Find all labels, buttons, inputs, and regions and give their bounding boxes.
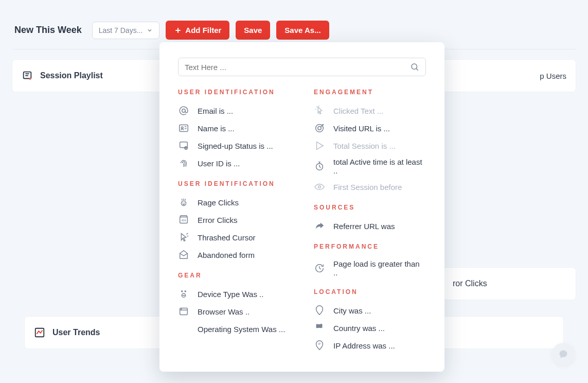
section-heading: GEAR <box>178 272 290 279</box>
stopwatch-icon <box>314 161 325 172</box>
status-icon <box>178 140 189 151</box>
search-icon <box>410 62 419 72</box>
svg-point-13 <box>181 127 183 129</box>
svg-line-36 <box>316 107 317 107</box>
flag-icon <box>314 322 325 334</box>
refresh-clock-icon <box>314 263 325 274</box>
fingerprint-icon <box>178 158 189 169</box>
filter-visited-url[interactable]: Visited URL is ... <box>314 119 426 137</box>
filter-clicked-text[interactable]: Clicked Text ... <box>314 102 426 119</box>
svg-point-34 <box>181 309 182 309</box>
section-heading: USER IDENTIFICATION <box>178 89 290 96</box>
svg-line-20 <box>185 199 186 201</box>
filter-device-type[interactable]: Device Type Was .. <box>178 285 290 303</box>
add-filter-button[interactable]: Add Filter <box>166 21 229 40</box>
cursor-thrash-icon <box>178 232 189 243</box>
filter-os[interactable]: Operating System Was ... <box>178 320 290 338</box>
page-title: New This Week <box>14 25 82 36</box>
pin-icon <box>314 305 325 316</box>
filter-name[interactable]: Name is ... <box>178 119 290 137</box>
plus-icon <box>174 26 182 34</box>
trends-icon <box>34 327 45 338</box>
section-heading: LOCATION <box>314 288 426 295</box>
save-as-button[interactable]: Save As... <box>276 21 329 40</box>
filter-ip[interactable]: IPIP Address was ... <box>314 337 426 354</box>
session-playlist-label: Session Playlist <box>40 71 103 80</box>
chat-icon <box>558 349 568 359</box>
click-icon <box>314 105 325 116</box>
devices-icon <box>178 288 189 300</box>
svg-line-47 <box>319 268 321 269</box>
filter-browser[interactable]: Browser Was .. <box>178 303 290 320</box>
user-trends-label: User Trends <box>52 328 100 337</box>
filter-col-left: USER IDENTIFICATION Email is ... Name is… <box>178 89 290 354</box>
share-arrow-icon <box>314 220 325 232</box>
section-heading: PERFORMANCE <box>314 243 426 250</box>
section-heading: SOURCES <box>314 204 426 211</box>
svg-text:IP: IP <box>318 342 321 345</box>
svg-point-11 <box>182 109 185 112</box>
at-icon <box>178 105 189 116</box>
svg-line-25 <box>187 236 188 236</box>
section-heading: USER IDENTIFICATION <box>178 180 290 187</box>
top-users-partial-label: p Users <box>540 72 566 80</box>
svg-point-45 <box>318 186 321 188</box>
svg-line-42 <box>319 167 321 168</box>
filter-referrer[interactable]: Referrer URL was <box>314 217 426 235</box>
envelope-open-icon <box>178 249 189 260</box>
svg-line-24 <box>187 233 188 235</box>
blank-icon <box>178 323 189 335</box>
filter-error-clicks[interactable]: 404Error Clicks <box>178 211 290 229</box>
svg-line-19 <box>182 199 182 201</box>
filter-city[interactable]: City was ... <box>314 302 426 319</box>
save-button[interactable]: Save <box>236 21 270 40</box>
filter-user-id[interactable]: User ID is ... <box>178 154 290 172</box>
playlist-icon <box>22 70 33 81</box>
error-clicks-card[interactable]: ror Clicks <box>443 268 576 300</box>
filter-search[interactable] <box>178 58 426 76</box>
svg-point-9 <box>412 64 417 69</box>
filter-active-time[interactable]: total Active time is at least .. <box>314 154 426 178</box>
filter-total-session[interactable]: Total Session is ... <box>314 137 426 154</box>
filter-country[interactable]: Country was ... <box>314 319 426 337</box>
filter-rage-clicks[interactable]: Rage Clicks <box>178 194 290 211</box>
filter-panel: USER IDENTIFICATION Email is ... Name is… <box>159 42 444 372</box>
search-input[interactable] <box>185 63 410 72</box>
ip-pin-icon: IP <box>314 340 325 351</box>
svg-rect-12 <box>180 125 188 132</box>
error-icon: 404 <box>178 214 189 225</box>
svg-line-10 <box>416 68 418 70</box>
chevron-down-icon <box>147 27 153 33</box>
error-clicks-partial-label: ror Clicks <box>453 279 487 288</box>
toolbar: New This Week Last 7 Days... Add Filter … <box>0 0 588 49</box>
section-heading: ENGAGEMENT <box>314 89 426 96</box>
id-card-icon <box>178 123 189 134</box>
target-arrow-icon <box>314 123 325 134</box>
filter-email[interactable]: Email is ... <box>178 102 290 119</box>
filter-abandoned-form[interactable]: Abandoned form <box>178 246 290 264</box>
chat-widget[interactable] <box>552 343 575 365</box>
filter-page-load[interactable]: Page load is greater than .. <box>314 256 426 280</box>
filter-col-right: ENGAGEMENT Clicked Text ... Visited URL … <box>314 89 426 354</box>
browser-icon <box>178 306 189 317</box>
filter-thrashed-cursor[interactable]: Thrashed Cursor <box>178 229 290 246</box>
date-range-dropdown[interactable]: Last 7 Days... <box>92 22 160 39</box>
rage-icon <box>178 197 189 208</box>
play-icon <box>314 140 325 151</box>
filter-signed-up[interactable]: Signed-up Status is ... <box>178 137 290 154</box>
svg-text:404: 404 <box>181 219 186 222</box>
eye-icon <box>314 181 325 193</box>
svg-point-18 <box>181 201 186 205</box>
filter-first-session[interactable]: First Session before <box>314 178 426 196</box>
date-range-label: Last 7 Days... <box>99 26 143 34</box>
add-filter-label: Add Filter <box>185 26 221 34</box>
